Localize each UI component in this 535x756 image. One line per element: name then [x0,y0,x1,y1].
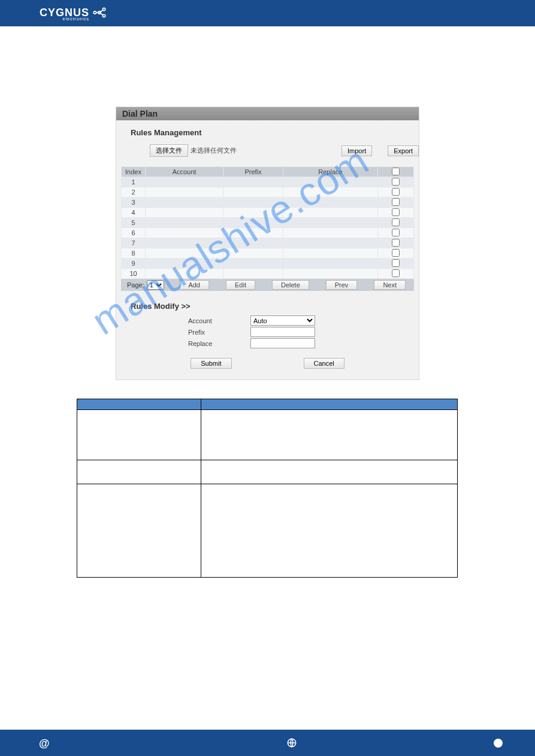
table-row: 8 [122,248,414,259]
page-label: Page: [121,281,147,289]
choose-file-button[interactable]: 选择文件 [150,144,188,157]
col-prefix: Prefix [223,167,283,177]
globe-icon [286,737,297,751]
cell-index: 5 [122,218,146,228]
prefix-input[interactable] [250,327,315,337]
next-button[interactable]: Next [374,280,406,290]
export-button[interactable]: Export [388,145,419,156]
table-row: 4 [122,208,414,218]
submit-button[interactable]: Submit [191,358,231,369]
col-account: Account [146,167,223,177]
desc-row [77,460,458,484]
prev-button[interactable]: Prev [326,280,358,290]
file-status-text: 未选择任何文件 [191,146,237,155]
header-bar: CYGNUS electronics [0,0,535,26]
table-row: 10 [122,269,414,279]
add-button[interactable]: Add [179,280,209,290]
rules-management-heading: Rules Management [116,120,419,144]
table-header-row: Index Account Prefix Replace [122,167,414,177]
at-icon: @ [39,737,50,750]
row-checkbox[interactable] [392,269,400,277]
replace-label: Replace [131,340,250,347]
edit-button[interactable]: Edit [226,280,255,290]
table-row: 9 [122,259,414,269]
row-checkbox[interactable] [392,198,400,206]
cell-index: 6 [122,228,146,238]
row-checkbox[interactable] [392,178,400,186]
page-select[interactable]: 1 [147,280,164,290]
footer-bar: @ [0,730,535,756]
pager-row: Page: 1 Add Edit Delete Prev Next [121,279,414,291]
account-label: Account [131,317,250,324]
brand-logo: CYGNUS electronics [40,5,107,23]
brand-icon [92,5,107,23]
cell-index: 8 [122,248,146,259]
panel-title: Dial Plan [116,107,419,120]
select-all-checkbox[interactable] [392,168,400,175]
row-checkbox[interactable] [392,239,400,247]
row-checkbox[interactable] [392,188,400,196]
table-row: 5 [122,218,414,228]
col-replace: Replace [283,167,378,177]
table-row: 7 [122,238,414,248]
account-select[interactable]: Auto [250,315,315,326]
rules-table: Index Account Prefix Replace 1 2 3 4 5 6… [121,166,414,279]
description-table [77,399,458,578]
col-checkbox [378,167,414,177]
desc-row [77,410,458,460]
table-row: 1 [122,177,414,187]
cell-index: 9 [122,259,146,269]
cell-index: 3 [122,198,146,208]
row-checkbox[interactable] [392,249,400,257]
desc-col-1 [77,399,201,410]
import-button[interactable]: Import [341,145,372,156]
desc-header-row [77,399,458,410]
rules-modify-heading: Rules Modify >> [131,296,404,315]
brand-name: CYGNUS [40,7,89,18]
replace-input[interactable] [250,338,315,348]
desc-col-2 [201,399,458,410]
cell-index: 1 [122,177,146,187]
row-checkbox[interactable] [392,259,400,267]
cell-index: 4 [122,208,146,218]
row-checkbox[interactable] [392,229,400,236]
table-row: 2 [122,187,414,198]
prefix-label: Prefix [131,329,250,336]
cancel-button[interactable]: Cancel [304,358,344,369]
table-row: 6 [122,228,414,238]
cell-index: 7 [122,238,146,248]
page-indicator-icon [494,739,503,748]
desc-row [77,484,458,578]
svg-point-3 [93,11,96,14]
row-checkbox[interactable] [392,208,400,216]
cell-index: 10 [122,269,146,279]
row-checkbox[interactable] [392,218,400,226]
file-import-row: 选择文件 未选择任何文件 Import Export [116,144,419,166]
delete-button[interactable]: Delete [272,280,309,290]
table-row: 3 [122,198,414,208]
dial-plan-panel: Dial Plan Rules Management 选择文件 未选择任何文件 … [116,107,419,380]
cell-index: 2 [122,187,146,198]
col-index: Index [122,167,146,177]
